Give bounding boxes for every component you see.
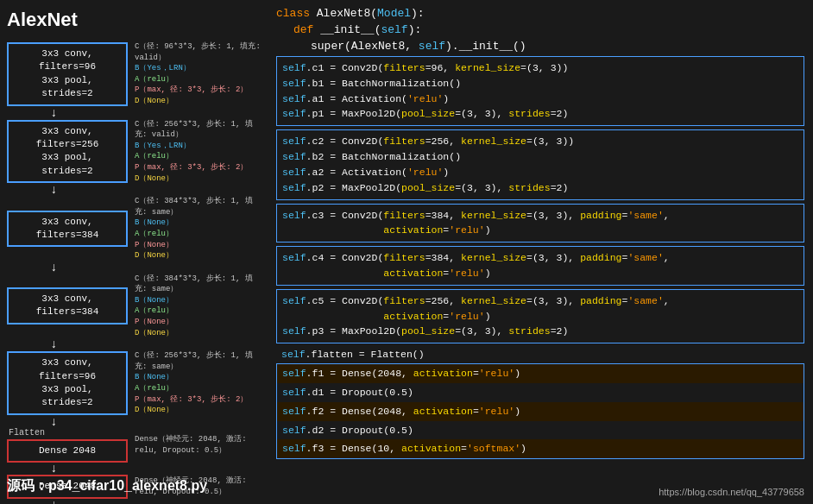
layer-box-4: 3x3 conv, filters=384 [7,287,128,324]
code-block-3: self.c3 = Conv2D(filters=384, kernel_siz… [276,204,804,243]
arrow-5: ↓ [7,416,57,428]
code-header-3: super(AlexNet8, self).__init__() [276,40,804,53]
layer-row-2: 3x3 conv, filters=2563x3 pool, strides=2… [7,119,261,185]
code-line-f1: self.f1 = Dense(2048, activation='relu') [277,364,804,383]
code-line: self.c3 = Conv2D(filters=384, kernel_siz… [282,208,798,224]
code-line-f3: self.f3 = Dense(10, activation='softmax'… [277,439,804,458]
source-text: 源码：p34_cifar10_alexnet8.py [7,477,207,495]
arrow-2: ↓ [7,184,57,196]
code-line-d2: self.d2 = Dropout(0.5) [277,421,804,440]
layer-row-4: 3x3 conv, filters=384 C（径: 384*3*3, 步长: … [7,274,261,339]
code-block-5: self.c5 = Conv2D(filters=256, kernel_siz… [276,289,804,343]
code-block-1: self.c1 = Conv2D(filters=96, kernel_size… [276,56,804,126]
layer-row-5: 3x3 conv, filters=963x3 pool, strides=2 … [7,350,261,416]
layer-box-5: 3x3 conv, filters=963x3 pool, strides=2 [7,351,128,415]
arrow-1: ↓ [7,107,57,119]
layer-box-dense1: Dense 2048 [7,439,128,463]
layer-annotation-4: C（径: 384*3*3, 步长: 1, 填充: same） B（None） A… [135,274,261,339]
code-line: self.p3 = MaxPool2D(pool_size=(3, 3), st… [282,324,798,339]
code-line: activation='relu') [282,309,798,324]
kw-class: class [276,7,317,20]
layer-row-3: 3x3 conv, filters=384 C（径: 384*3*3, 步长: … [7,196,261,261]
code-line: self.c4 = Conv2D(filters=384, kernel_siz… [282,250,798,266]
code-line: self.c2 = Conv2D(filters=256, kernel_siz… [282,134,798,149]
arrow-7: ↓ [7,499,57,504]
code-line: self.c5 = Conv2D(filters=256, kernel_siz… [282,293,798,309]
code-header-2: def __init__(self): [276,23,804,36]
code-block-2: self.c2 = Conv2D(filters=256, kernel_siz… [276,129,804,199]
arrow-3: ↓ [7,261,57,274]
bottom-code-block: self.f1 = Dense(2048, activation='relu')… [276,363,804,459]
network-diagram: 3x3 conv, filters=963x3 pool, strides=2 … [7,41,261,504]
code-line: self.p1 = MaxPool2D(pool_size=(3, 3), st… [282,106,798,122]
layer-box-3: 3x3 conv, filters=384 [7,211,128,248]
code-line-d1: self.d1 = Dropout(0.5) [277,383,804,402]
layer-row-1: 3x3 conv, filters=963x3 pool, strides=2 … [7,41,261,107]
layer-annotation-3: C（径: 384*3*3, 步长: 1, 填充: same） B（None） A… [135,196,261,261]
code-line: self.b1 = BatchNormalization() [282,76,798,91]
left-panel: AlexNet 3x3 conv, filters=963x3 pool, st… [0,0,268,504]
layer-annotation-dense1: Dense（神经元: 2048, 激活: relu, Dropout: 0.5） [135,434,261,456]
code-header-1: class AlexNet8(Model): [276,7,804,20]
kw-def: def [293,23,320,36]
code-line: self.c1 = Conv2D(filters=96, kernel_size… [282,60,798,76]
url-text: https://blog.csdn.net/qq_43779658 [659,487,804,497]
arrow-6: ↓ [7,463,57,475]
code-block-4: self.c4 = Conv2D(filters=384, kernel_siz… [276,246,804,286]
layer-box-1: 3x3 conv, filters=963x3 pool, strides=2 [7,42,128,106]
layer-box-2: 3x3 conv, filters=2563x3 pool, strides=2 [7,120,128,184]
layer-row-dense1: Flatten Dense 2048 Dense（神经元: 2048, 激活: … [7,428,261,463]
code-line: self.b2 = BatchNormalization() [282,149,798,165]
layer-annotation-5: C（径: 256*3*3, 步长: 1, 填充: same） B（None） A… [135,350,261,416]
code-line: self.a1 = Activation('relu') [282,91,798,107]
code-line: self.p2 = MaxPool2D(pool_size=(3, 3), st… [282,180,798,196]
layer-annotation-1: C（径: 96*3*3, 步长: 1, 填充: valid） B（Yes，LRN… [135,41,261,107]
code-line: self.a2 = Activation('relu') [282,165,798,180]
code-line: activation='relu') [282,266,798,281]
code-line: activation='relu') [282,223,798,238]
flatten-code-line: self.flatten = Flatten() [276,347,804,362]
page-title: AlexNet [7,9,261,31]
code-line-f2: self.f2 = Dense(2048, activation='relu') [277,402,804,421]
arrow-4: ↓ [7,338,57,350]
layer-annotation-2: C（径: 256*3*3, 步长: 1, 填充: valid） B（Yes，LR… [135,119,261,185]
flatten-label: Flatten [9,428,45,438]
kw-classname: AlexNet8 [317,7,370,20]
right-panel: class AlexNet8(Model): def __init__(self… [268,0,813,504]
